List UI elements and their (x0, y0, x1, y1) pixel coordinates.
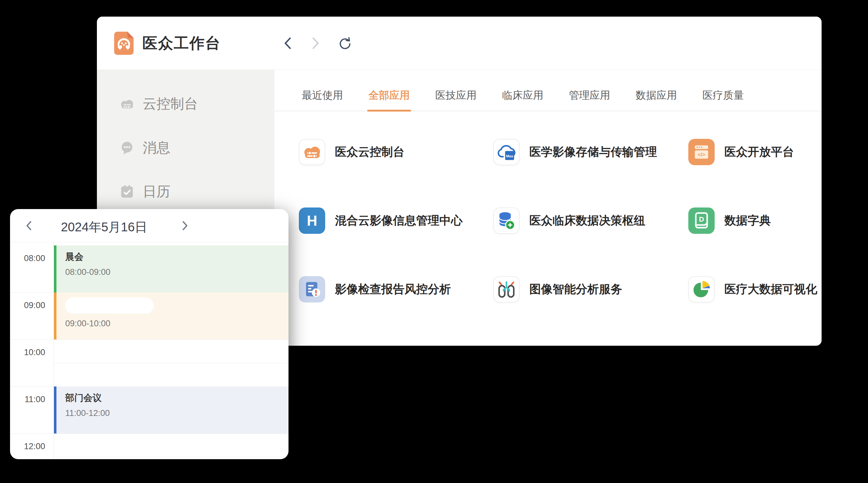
time-label: 12:00 (10, 442, 45, 451)
app-label: 医众云控制台 (335, 144, 405, 160)
database-plus-icon (496, 210, 517, 231)
cloud-settings-icon (119, 96, 135, 112)
back-button[interactable] (281, 36, 294, 50)
app-image-storage[interactable]: Mas 医学影像存储与传输管理 (493, 139, 688, 165)
app-label: 医众开放平台 (724, 144, 794, 160)
sidebar-item-label: 云控制台 (143, 95, 198, 113)
app-data-dictionary[interactable]: D 数据字典 (688, 207, 822, 234)
app-logo-mascot-icon (114, 32, 133, 55)
sidebar-item-label: 消息 (143, 138, 170, 157)
cloud-storage-icon: Mas (496, 141, 517, 163)
chevron-left-icon (25, 220, 33, 231)
app-open-platform[interactable]: </> 医众开放平台 (688, 139, 822, 165)
app-label: 混合云影像信息管理中心 (335, 213, 463, 228)
app-cloud-console[interactable]: 医众云控制台 (299, 139, 493, 165)
app-label: 影像检查报告风控分析 (335, 282, 451, 297)
svg-text:Mas: Mas (506, 154, 513, 158)
tab-quality[interactable]: 医疗质量 (703, 88, 744, 110)
svg-text:D: D (699, 215, 704, 223)
calendar-next-day-button[interactable] (179, 219, 191, 232)
app-report-risk-analysis[interactable]: 影像检查报告风控分析 (299, 276, 493, 302)
half-hour-gridline (54, 457, 288, 457)
app-grid: 医众云控制台 Mas 医学影像存储与传输管理 (299, 139, 822, 345)
content-area: 最近使用 全部应用 医技应用 临床应用 管理应用 数据应用 医疗质量 (274, 70, 822, 345)
event-title: 部门会议 (65, 391, 288, 404)
half-hour-gridline (54, 363, 288, 363)
app-clinical-data-hub[interactable]: 医众临床数据决策枢纽 (493, 207, 688, 234)
chevron-right-icon (181, 220, 189, 231)
app-label: 图像智能分析服务 (529, 282, 622, 297)
calendar-prev-day-button[interactable] (23, 219, 35, 232)
tab-recent[interactable]: 最近使用 (302, 88, 343, 110)
chevron-left-icon (282, 36, 293, 51)
lungs-icon (496, 279, 517, 300)
nav-controls (281, 17, 351, 70)
sidebar-item-cloud-console[interactable]: 云控制台 (119, 91, 274, 117)
event-title: 晨会 (65, 251, 288, 263)
app-hybrid-cloud-imaging[interactable]: H 混合云影像信息管理中心 (299, 207, 493, 234)
sidebar-item-label: 日历 (143, 183, 170, 201)
calendar-event-department-meeting[interactable]: 部门会议 11:00-12:00 (54, 386, 288, 433)
tab-admin-apps[interactable]: 管理应用 (569, 88, 610, 110)
refresh-button[interactable] (337, 36, 351, 50)
hour-gridline (10, 340, 288, 340)
tab-medtech-apps[interactable]: 医技应用 (435, 88, 477, 110)
chevron-right-icon (310, 36, 321, 51)
calendar-event-morning-meeting[interactable]: 晨会 08:00-09:00 (54, 246, 288, 292)
time-label: 10:00 (10, 348, 45, 357)
event-time: 11:00-12:00 (65, 409, 288, 418)
app-title: 医众工作台 (143, 33, 221, 53)
hour-gridline (10, 433, 288, 434)
app-label: 医众临床数据决策枢纽 (529, 213, 645, 228)
titlebar: 医众工作台 (97, 17, 822, 70)
app-label: 数据字典 (724, 213, 771, 228)
sidebar-item-messages[interactable]: 消息 (119, 134, 274, 161)
app-bigdata-visualization[interactable]: 医疗大数据可视化 (688, 276, 822, 302)
tab-all-apps[interactable]: 全部应用 (368, 88, 410, 110)
calendar-date: 2024年5月16日 (44, 219, 164, 236)
dictionary-book-icon: D (691, 210, 712, 231)
svg-text:</>: </> (698, 152, 706, 158)
app-label: 医学影像存储与传输管理 (529, 144, 657, 160)
sidebar-item-calendar[interactable]: 日历 (119, 178, 274, 205)
letter-tile-icon: H (307, 212, 317, 229)
app-image-ai-analysis[interactable]: 图像智能分析服务 (493, 276, 688, 302)
tab-bar: 最近使用 全部应用 医技应用 临床应用 管理应用 数据应用 医疗质量 (274, 70, 822, 111)
calendar-panel: 2024年5月16日 08:00 09:00 10:00 11:00 12:00… (10, 209, 288, 459)
calendar-check-icon (119, 183, 135, 200)
message-bubble-icon (119, 139, 135, 156)
code-window-icon: </> (691, 141, 712, 163)
app-label: 医疗大数据可视化 (724, 282, 817, 297)
calendar-event-redacted[interactable]: 09:00-10:00 (54, 292, 288, 340)
calendar-header: 2024年5月16日 (10, 209, 288, 242)
event-time: 09:00-10:00 (65, 319, 288, 328)
time-label: 11:00 (10, 395, 45, 404)
tab-clinical-apps[interactable]: 临床应用 (502, 88, 544, 110)
time-label: 08:00 (10, 254, 45, 263)
tab-data-apps[interactable]: 数据应用 (636, 88, 677, 110)
time-label: 09:00 (10, 300, 45, 310)
event-time: 08:00-09:00 (65, 267, 288, 277)
event-title-redacted (65, 297, 154, 314)
report-alert-icon (301, 279, 323, 300)
calendar-day-grid: 08:00 09:00 10:00 11:00 12:00 晨会 08:00-0… (10, 242, 288, 459)
refresh-icon (337, 35, 351, 51)
pie-chart-icon (691, 279, 712, 300)
orange-cloud-settings-icon (301, 141, 323, 163)
forward-button[interactable] (309, 36, 323, 50)
